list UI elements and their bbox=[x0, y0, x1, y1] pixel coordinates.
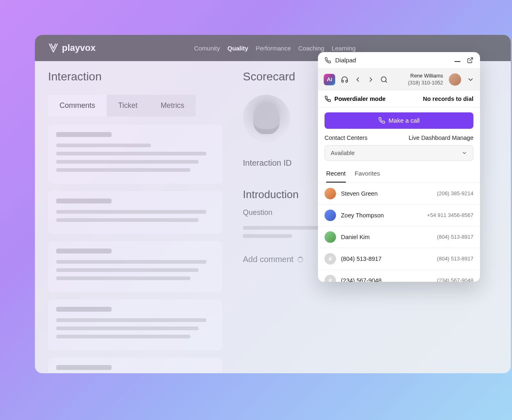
make-a-call-label: Make a call bbox=[389, 117, 420, 124]
user-number: (318) 310-1052 bbox=[408, 80, 443, 87]
phone-icon bbox=[378, 117, 385, 124]
playvox-logo-icon bbox=[48, 43, 59, 53]
contact-avatar bbox=[325, 231, 336, 243]
tab-comments[interactable]: Comments bbox=[48, 95, 107, 116]
user-menu-chevron[interactable] bbox=[467, 76, 474, 83]
contact-number: (234) 567-9048 bbox=[437, 277, 473, 282]
dialpad-toolbar: Ai Rene Williams (318) 310-1052 bbox=[318, 68, 480, 91]
dialpad-logo-icon[interactable]: Ai bbox=[324, 74, 335, 85]
make-a-call-button[interactable]: Make a call bbox=[325, 112, 473, 129]
comment-skeleton bbox=[48, 358, 222, 373]
interaction-title: Interaction bbox=[48, 70, 222, 83]
contact-number: (206) 385-9214 bbox=[437, 190, 473, 196]
powerdialer-label: Powerdialer mode bbox=[334, 96, 386, 102]
live-dashboard-link[interactable]: Live Dashboard Manage bbox=[409, 135, 473, 141]
contacts-list: Steven Green(206) 385-9214Zoey Thompson+… bbox=[318, 183, 480, 282]
phone-icon bbox=[325, 57, 331, 64]
playvox-brand-text: playvox bbox=[62, 43, 96, 53]
contact-row[interactable]: #(234) 567-9048(234) 567-9048 bbox=[318, 270, 480, 282]
comment-skeleton bbox=[48, 191, 222, 234]
user-name: Rene Williams bbox=[408, 73, 443, 80]
powerdialer-bar: Powerdialer mode No records to dial bbox=[318, 91, 480, 107]
svg-line-2 bbox=[385, 81, 386, 82]
nav-back-button[interactable] bbox=[354, 76, 361, 83]
dialpad-title: Dialpad bbox=[335, 57, 450, 64]
comment-skeleton bbox=[48, 299, 222, 350]
comment-skeleton bbox=[48, 125, 222, 184]
hash-icon: # bbox=[325, 253, 336, 265]
nav-forward-button[interactable] bbox=[367, 76, 375, 83]
nav-learning[interactable]: Learning bbox=[331, 45, 355, 52]
contact-row[interactable]: Steven Green(206) 385-9214 bbox=[318, 183, 480, 205]
contact-name: Daniel Kim bbox=[341, 234, 370, 240]
availability-select[interactable]: Available bbox=[325, 145, 473, 161]
availability-value: Available bbox=[331, 150, 355, 156]
contact-number: +54 911 3456-8567 bbox=[427, 212, 473, 218]
tab-metrics[interactable]: Metrics bbox=[149, 95, 196, 116]
nav-community[interactable]: Comunity bbox=[194, 45, 220, 52]
svg-line-0 bbox=[470, 58, 473, 61]
contact-avatar bbox=[325, 188, 336, 199]
tab-ticket[interactable]: Ticket bbox=[107, 95, 149, 116]
tab-recent[interactable]: Recent bbox=[326, 170, 346, 183]
spinner-icon bbox=[297, 257, 303, 262]
nav-performance[interactable]: Performance bbox=[256, 45, 291, 52]
dialpad-tabs: Recent Favorites bbox=[318, 167, 480, 183]
playvox-logo: playvox bbox=[48, 43, 96, 53]
external-link-button[interactable] bbox=[467, 57, 473, 64]
agent-avatar bbox=[243, 95, 290, 142]
phone-icon bbox=[325, 96, 331, 102]
contact-number: (804) 513-8917 bbox=[437, 234, 473, 240]
contact-name: Zoey Thompson bbox=[341, 212, 384, 219]
contact-name: Steven Green bbox=[341, 190, 377, 197]
contact-row[interactable]: Zoey Thompson+54 911 3456-8567 bbox=[318, 205, 480, 226]
playvox-nav: Comunity Quality Performance Coaching Le… bbox=[194, 45, 356, 52]
nav-coaching[interactable]: Coaching bbox=[298, 45, 324, 52]
powerdialer-status: No records to dial bbox=[423, 96, 473, 102]
hash-icon: # bbox=[325, 275, 336, 282]
contact-name: (234) 567-9048 bbox=[341, 277, 382, 282]
dialpad-titlebar: Dialpad bbox=[318, 52, 480, 68]
contact-avatar bbox=[325, 210, 336, 221]
interaction-column: Interaction Comments Ticket Metrics bbox=[48, 68, 222, 373]
contact-name: (804) 513-8917 bbox=[341, 256, 382, 262]
headphones-icon[interactable] bbox=[341, 76, 348, 83]
interaction-tabs: Comments Ticket Metrics bbox=[48, 95, 222, 116]
chevron-down-icon bbox=[462, 150, 467, 156]
tab-favorites[interactable]: Favorites bbox=[355, 170, 380, 183]
contact-number: (804) 513-8917 bbox=[437, 256, 473, 262]
dialpad-widget: Dialpad Ai Rene Williams (318) 310-1052 bbox=[318, 52, 480, 282]
contact-row[interactable]: #(804) 513-8917(804) 513-8917 bbox=[318, 248, 480, 270]
contact-row[interactable]: Daniel Kim(804) 513-8917 bbox=[318, 226, 480, 248]
nav-quality[interactable]: Quality bbox=[227, 45, 248, 52]
comment-skeleton bbox=[48, 241, 222, 292]
add-comment-label: Add comment bbox=[243, 255, 293, 264]
user-avatar[interactable] bbox=[449, 73, 461, 86]
contact-centers-row: Contact Centers Live Dashboard Manage bbox=[318, 133, 480, 145]
search-button[interactable] bbox=[380, 76, 388, 83]
dialpad-user-info: Rene Williams (318) 310-1052 bbox=[408, 73, 443, 87]
minimize-button[interactable] bbox=[455, 59, 463, 62]
contact-centers-label: Contact Centers bbox=[325, 135, 368, 141]
